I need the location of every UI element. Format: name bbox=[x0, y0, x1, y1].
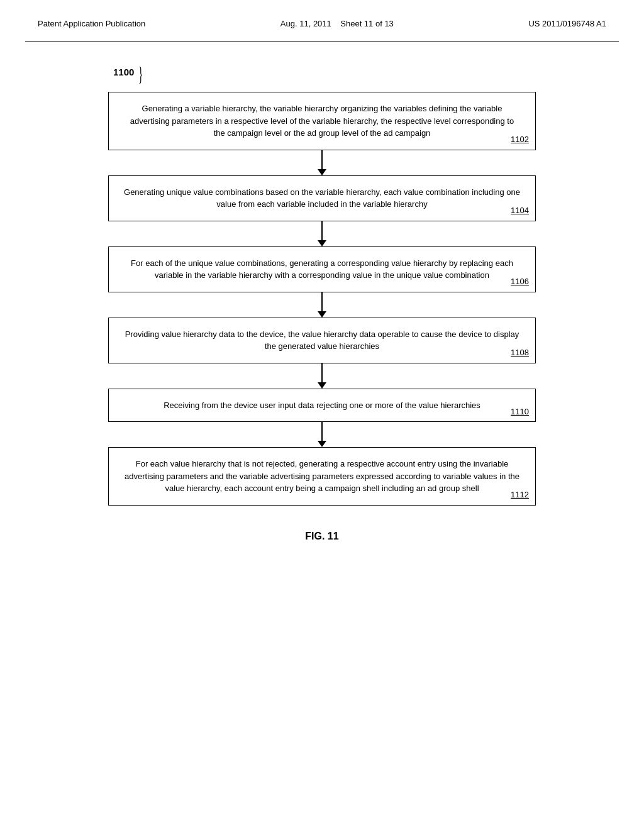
arrow-1 bbox=[318, 150, 326, 175]
flow-step-1112: For each value hierarchy that is not rej… bbox=[108, 447, 536, 506]
step-1108-text: Providing value hierarchy data to the de… bbox=[125, 329, 519, 351]
arrow-head-5 bbox=[318, 441, 326, 447]
page-header: Patent Application Publication Aug. 11, … bbox=[25, 13, 619, 42]
header-date-sheet: Aug. 11, 2011 Sheet 11 of 13 bbox=[280, 19, 394, 28]
flowchart: Generating a variable hierarchy, the var… bbox=[108, 92, 536, 506]
flow-step-1104: Generating unique value combinations bas… bbox=[108, 175, 536, 221]
step-1112-text: For each value hierarchy that is not rej… bbox=[125, 459, 519, 493]
step-1102-number: 1102 bbox=[511, 133, 529, 146]
arrow-line-3 bbox=[321, 292, 323, 311]
arrow-3 bbox=[318, 292, 326, 318]
step-1110-number: 1110 bbox=[511, 406, 529, 418]
step-1104-text: Generating unique value combinations bas… bbox=[124, 187, 520, 209]
arrow-head-3 bbox=[318, 311, 326, 318]
step-1106-text: For each of the unique value combination… bbox=[131, 258, 513, 280]
arrow-head-4 bbox=[318, 382, 326, 389]
step-1108-number: 1108 bbox=[511, 346, 529, 359]
arrow-head-2 bbox=[318, 240, 326, 246]
arrow-5 bbox=[318, 422, 326, 447]
flow-step-1110: Receiving from the device user input dat… bbox=[108, 389, 536, 423]
step-1104-number: 1104 bbox=[511, 204, 529, 217]
diagram-number: 1100 bbox=[113, 67, 134, 77]
page: Patent Application Publication Aug. 11, … bbox=[0, 0, 644, 830]
diagram-number-area: 1100 } bbox=[113, 67, 146, 82]
main-content: 1100 } Generating a variable hierarchy, … bbox=[25, 60, 619, 548]
arrow-4 bbox=[318, 363, 326, 389]
arrow-2 bbox=[318, 221, 326, 246]
flow-step-1108: Providing value hierarchy data to the de… bbox=[108, 318, 536, 363]
arrow-line-1 bbox=[321, 150, 323, 169]
arrow-line-5 bbox=[321, 422, 323, 441]
step-1106-number: 1106 bbox=[511, 275, 529, 288]
header-publication-type: Patent Application Publication bbox=[38, 19, 145, 28]
arrow-line-4 bbox=[321, 363, 323, 382]
arrow-line-2 bbox=[321, 221, 323, 240]
arrow-head-1 bbox=[318, 169, 326, 175]
bracket-icon: } bbox=[139, 67, 143, 82]
flow-step-1106: For each of the unique value combination… bbox=[108, 246, 536, 292]
step-1110-text: Receiving from the device user input dat… bbox=[164, 401, 480, 410]
figure-label: FIG. 11 bbox=[305, 531, 338, 542]
header-patent-number: US 2011/0196748 A1 bbox=[528, 19, 606, 28]
header-sheet: Sheet 11 of 13 bbox=[340, 19, 394, 28]
step-1112-number: 1112 bbox=[511, 489, 529, 501]
header-date: Aug. 11, 2011 bbox=[280, 19, 331, 28]
step-1102-text: Generating a variable hierarchy, the var… bbox=[130, 104, 514, 138]
flow-step-1102: Generating a variable hierarchy, the var… bbox=[108, 92, 536, 150]
